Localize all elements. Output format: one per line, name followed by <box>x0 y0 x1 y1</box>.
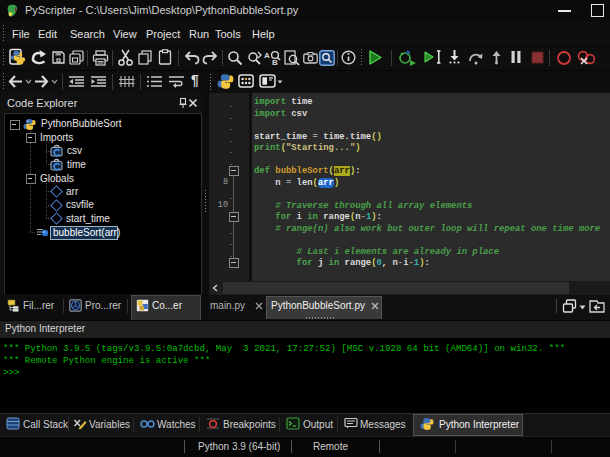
svg-text:B: B <box>272 58 278 67</box>
svg-text:A: A <box>264 51 270 60</box>
